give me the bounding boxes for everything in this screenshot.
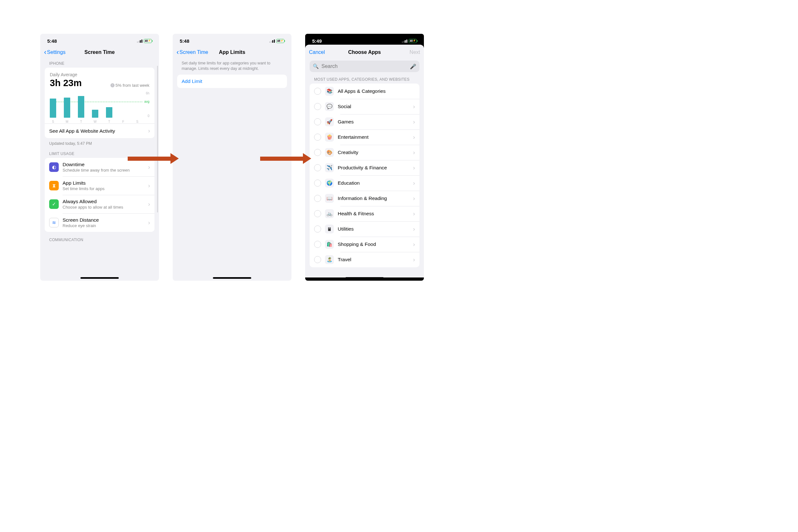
search-field[interactable]: 🔍 🎤: [310, 61, 419, 72]
arrow-up-icon: ↑: [110, 83, 114, 88]
choose-apps-screen: 5:49 48⚡ Cancel Choose Apps Next 🔍 🎤 MOS…: [305, 34, 424, 281]
category-row[interactable]: 📚All Apps & Categories: [310, 83, 419, 99]
row-subtitle: Set time limits for apps: [62, 186, 105, 191]
section-header-limit: LIMIT USAGE: [40, 146, 159, 158]
radio-unchecked-icon[interactable]: [314, 256, 321, 263]
nav-bar: ‹Screen Time App Limits: [173, 46, 291, 59]
battery-icon: 48⚡: [144, 39, 152, 43]
nav-bar: Cancel Choose Apps Next: [305, 46, 424, 59]
row-subtitle: Choose apps to allow at all times: [62, 205, 123, 210]
scrollbar[interactable]: [157, 66, 158, 212]
back-button[interactable]: ‹Settings: [44, 48, 66, 56]
hourglass-icon: ⧗: [49, 181, 59, 190]
category-icon: 🚀: [325, 117, 334, 126]
category-list: 📚All Apps & Categories💬Social›🚀Games›🍿En…: [310, 83, 419, 267]
row-title: App Limits: [62, 180, 105, 186]
see-all-activity-row[interactable]: See All App & Website Activity ›: [45, 124, 155, 138]
nav-bar: ‹Settings Screen Time: [40, 46, 159, 59]
category-icon: 🌍: [325, 178, 334, 188]
add-limit-row[interactable]: Add Limit: [177, 75, 287, 88]
home-indicator[interactable]: [80, 277, 119, 279]
chart-x-label: S: [50, 120, 56, 124]
radio-unchecked-icon[interactable]: [314, 88, 321, 95]
status-bar: 5:49 48⚡: [305, 34, 424, 46]
category-row[interactable]: 🏝️Travel›: [310, 252, 419, 267]
chart-x-label: F: [120, 120, 126, 124]
home-indicator[interactable]: [345, 277, 384, 279]
battery-icon: 48⚡: [409, 39, 417, 43]
category-row[interactable]: 🖩Utilities›: [310, 221, 419, 237]
cancel-button[interactable]: Cancel: [309, 50, 325, 55]
chart-bar: [64, 98, 70, 118]
chart-x-label: T: [106, 120, 112, 124]
category-row[interactable]: ✈️Productivity & Finance›: [310, 160, 419, 175]
home-indicator[interactable]: [213, 277, 251, 279]
updated-text: Updated today, 5:47 PM: [40, 138, 159, 146]
radio-unchecked-icon[interactable]: [314, 118, 321, 125]
category-row[interactable]: 🚀Games›: [310, 114, 419, 130]
status-time: 5:48: [47, 38, 57, 44]
chart-x-label: S: [134, 120, 141, 124]
chart-x-label: W: [92, 120, 98, 124]
radio-unchecked-icon[interactable]: [314, 195, 321, 202]
category-icon: ✈️: [325, 163, 334, 172]
chevron-right-icon: ›: [148, 128, 150, 134]
category-label: Information & Reading: [338, 195, 387, 201]
settings-row[interactable]: ⧗App LimitsSet time limits for apps›: [45, 176, 155, 195]
category-icon: 🛍️: [325, 240, 334, 249]
chevron-right-icon: ›: [413, 165, 415, 171]
row-subtitle: Reduce eye strain: [62, 223, 99, 228]
chart-x-label: M: [64, 120, 70, 124]
category-icon: 🏝️: [325, 255, 334, 264]
category-row[interactable]: 🍿Entertainment›: [310, 130, 419, 145]
category-row[interactable]: 🎨Creativity›: [310, 145, 419, 160]
cellular-signal-icon: [269, 39, 275, 43]
category-icon: 🚲: [325, 209, 334, 218]
category-label: Shopping & Food: [338, 242, 376, 247]
distance-icon: ≋: [49, 218, 59, 227]
radio-unchecked-icon[interactable]: [314, 134, 321, 141]
back-button[interactable]: ‹Screen Time: [177, 48, 208, 56]
daily-average-card: Daily Average 3h 23m ↑5% from last week …: [45, 68, 155, 138]
daily-average-value: 3h 23m: [50, 78, 82, 88]
category-row[interactable]: 📖Information & Reading›: [310, 191, 419, 206]
category-icon: 📚: [325, 87, 334, 96]
search-input[interactable]: [321, 63, 408, 70]
section-header-most-used: MOST USED APPS, CATEGORIES, AND WEBSITES: [305, 72, 424, 83]
chevron-right-icon: ›: [413, 195, 415, 202]
settings-row[interactable]: ≋Screen DistanceReduce eye strain›: [45, 213, 155, 232]
radio-unchecked-icon[interactable]: [314, 241, 321, 248]
status-time: 5:48: [180, 38, 189, 44]
radio-unchecked-icon[interactable]: [314, 179, 321, 187]
category-row[interactable]: 💬Social›: [310, 99, 419, 114]
chevron-right-icon: ›: [413, 119, 415, 125]
radio-unchecked-icon[interactable]: [314, 103, 321, 110]
category-row[interactable]: 🚲Health & Fitness›: [310, 206, 419, 221]
check-icon: ✓: [49, 200, 59, 209]
category-row[interactable]: 🛍️Shopping & Food›: [310, 237, 419, 252]
radio-unchecked-icon[interactable]: [314, 210, 321, 217]
settings-row[interactable]: ✓Always AllowedChoose apps to allow at a…: [45, 195, 155, 213]
row-subtitle: Schedule time away from the screen: [62, 168, 130, 173]
category-icon: 🖩: [325, 225, 334, 233]
settings-row[interactable]: ◐DowntimeSchedule time away from the scr…: [45, 158, 155, 176]
radio-unchecked-icon[interactable]: [314, 226, 321, 232]
chevron-right-icon: ›: [413, 256, 415, 263]
status-bar: 5:48 48⚡: [173, 34, 291, 46]
chevron-right-icon: ›: [413, 210, 415, 217]
app-limits-screen: 5:48 48⚡ ‹Screen Time App Limits Set dai…: [173, 34, 291, 281]
chevron-right-icon: ›: [148, 220, 150, 226]
add-limit-card: Add Limit: [177, 75, 287, 88]
status-bar: 5:48 48⚡: [40, 34, 159, 46]
row-title: Downtime: [62, 162, 130, 168]
chevron-left-icon: ‹: [44, 48, 46, 56]
next-button[interactable]: Next: [410, 50, 420, 55]
category-label: Travel: [338, 257, 351, 263]
radio-unchecked-icon[interactable]: [314, 164, 321, 171]
radio-unchecked-icon[interactable]: [314, 149, 321, 156]
category-row[interactable]: 🌍Education›: [310, 175, 419, 191]
mic-icon[interactable]: 🎤: [410, 63, 416, 70]
chart-bar: [50, 98, 56, 118]
section-header-iphone: IPHONE: [40, 59, 159, 68]
category-label: All Apps & Categories: [338, 88, 386, 94]
